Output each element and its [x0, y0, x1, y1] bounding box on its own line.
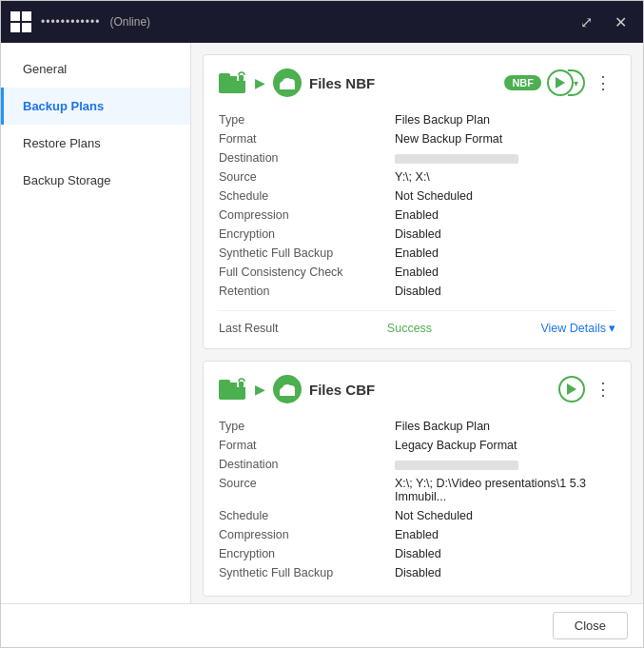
field-value: Disabled	[395, 563, 615, 582]
field-label: Destination	[219, 455, 395, 474]
field-value: Not Scheduled	[395, 506, 615, 525]
more-options-cbf[interactable]: ⋮	[591, 377, 615, 402]
last-result-value-nbf: Success	[387, 322, 432, 335]
sidebar-item-backup-storage[interactable]: Backup Storage	[1, 162, 190, 199]
play-icon-cbf	[567, 383, 576, 395]
expand-button[interactable]: ⤢	[573, 9, 599, 35]
svg-rect-11	[219, 380, 230, 385]
plan-cloud-icon-cbf	[273, 375, 302, 403]
titlebar-left: •••••••••••• (Online)	[10, 11, 150, 32]
field-value-destination-cbf	[395, 455, 615, 474]
app-name: ••••••••••••	[41, 15, 100, 29]
play-dropdown-nbf[interactable]: ▾	[568, 69, 585, 96]
svg-marker-19	[567, 383, 576, 395]
destination-redacted-cbf	[395, 461, 518, 470]
field-label: Source	[219, 167, 395, 187]
field-value: Y:\; X:\	[395, 167, 615, 187]
field-label: Destination	[219, 148, 395, 167]
field-value: Enabled	[395, 206, 615, 225]
play-button-cbf[interactable]	[558, 376, 585, 403]
field-label: Synthetic Full Backup	[219, 244, 395, 263]
field-label: Retention	[219, 282, 395, 301]
field-label: Format	[219, 436, 395, 455]
content-area: General Backup Plans Restore Plans Backu…	[1, 43, 643, 603]
table-row: Compression Enabled	[219, 525, 615, 544]
titlebar-close-button[interactable]: ✕	[607, 9, 634, 35]
table-row: Full Consistency Check Enabled	[219, 263, 615, 282]
play-btn-group: ▾	[547, 69, 585, 96]
svg-rect-8	[280, 85, 295, 89]
plan-name-nbf: Files NBF	[309, 75, 375, 91]
field-label: Compression	[219, 206, 395, 225]
plan-header-right-nbf: NBF ▾ ⋮	[504, 69, 615, 96]
field-value: Enabled	[395, 525, 615, 544]
field-label: Full Consistency Check	[219, 263, 395, 282]
svg-point-7	[283, 78, 292, 86]
plan-folder-icon-cbf	[219, 377, 247, 402]
field-value: Not Scheduled	[395, 187, 615, 206]
titlebar-controls: ⤢ ✕	[573, 9, 634, 35]
plan-card-cbf: ▶ Files CBF	[203, 361, 632, 597]
table-row: Encryption Disabled	[219, 544, 615, 563]
sidebar-item-general[interactable]: General	[1, 50, 190, 88]
field-value: New Backup Format	[395, 129, 615, 148]
field-value: Files Backup Plan	[395, 417, 615, 436]
nbf-badge: NBF	[504, 75, 541, 90]
svg-marker-9	[556, 77, 565, 88]
field-label: Schedule	[219, 506, 395, 525]
svg-rect-13	[239, 382, 244, 387]
plan-card-nbf: ▶ Files NBF	[203, 54, 632, 349]
plan-table-nbf: Type Files Backup Plan Format New Backup…	[219, 110, 615, 301]
play-icon	[556, 77, 565, 88]
plan-header-left-nbf: ▶ Files NBF	[219, 69, 375, 97]
table-row: Destination	[219, 148, 615, 167]
sidebar-item-restore-plans[interactable]: Restore Plans	[1, 125, 190, 162]
cloud-icon	[279, 76, 296, 89]
plan-table-cbf: Type Files Backup Plan Format Legacy Bac…	[219, 417, 615, 582]
svg-point-17	[283, 384, 292, 392]
table-row: Schedule Not Scheduled	[219, 187, 615, 206]
svg-rect-18	[280, 391, 295, 396]
plan-arrow-nbf: ▶	[255, 75, 265, 90]
table-row: Destination	[219, 455, 615, 474]
plan-header-left-cbf: ▶ Files CBF	[219, 375, 375, 403]
folder-icon-cbf	[219, 377, 247, 402]
table-row: Synthetic Full Backup Disabled	[219, 563, 615, 582]
field-label: Source	[219, 474, 395, 506]
close-button[interactable]: Close	[553, 612, 628, 639]
cloud-icon-cbf	[279, 383, 296, 396]
folder-icon	[219, 70, 247, 95]
table-row: Type Files Backup Plan	[219, 417, 615, 436]
field-value: Disabled	[395, 225, 615, 244]
last-result-label-nbf: Last Result	[219, 322, 279, 335]
table-row: Type Files Backup Plan	[219, 110, 615, 129]
destination-redacted	[395, 154, 518, 164]
plan-arrow-cbf: ▶	[255, 382, 265, 397]
online-status: (Online)	[109, 15, 150, 29]
field-value: Files Backup Plan	[395, 110, 615, 129]
field-label: Type	[219, 417, 395, 436]
field-value: Legacy Backup Format	[395, 436, 615, 455]
field-value-destination	[395, 148, 615, 167]
plan-header-nbf: ▶ Files NBF	[219, 69, 615, 97]
table-row: Compression Enabled	[219, 206, 615, 225]
sidebar-item-backup-plans[interactable]: Backup Plans	[1, 88, 190, 125]
field-label: Encryption	[219, 544, 395, 563]
plan-cloud-icon-nbf	[273, 69, 302, 97]
main-content: ▶ Files NBF	[191, 43, 643, 603]
last-result-row-nbf: Last Result Success View Details ▾	[219, 321, 615, 335]
table-row: Schedule Not Scheduled	[219, 506, 615, 525]
field-value: X:\; Y:\; D:\Video presentations\1 5.3 I…	[395, 474, 615, 506]
titlebar: •••••••••••• (Online) ⤢ ✕	[1, 1, 643, 43]
field-label: Schedule	[219, 187, 395, 206]
plan-header-right-cbf: ⋮	[558, 376, 615, 403]
field-label: Type	[219, 110, 395, 129]
more-options-nbf[interactable]: ⋮	[591, 70, 615, 95]
table-row: Source X:\; Y:\; D:\Video presentations\…	[219, 474, 615, 506]
view-details-nbf[interactable]: View Details ▾	[540, 321, 615, 335]
field-value: Disabled	[395, 544, 615, 563]
main-window: •••••••••••• (Online) ⤢ ✕ General Backup…	[0, 0, 644, 648]
field-label: Synthetic Full Backup	[219, 563, 395, 582]
field-label: Format	[219, 129, 395, 148]
field-value: Disabled	[395, 282, 615, 301]
